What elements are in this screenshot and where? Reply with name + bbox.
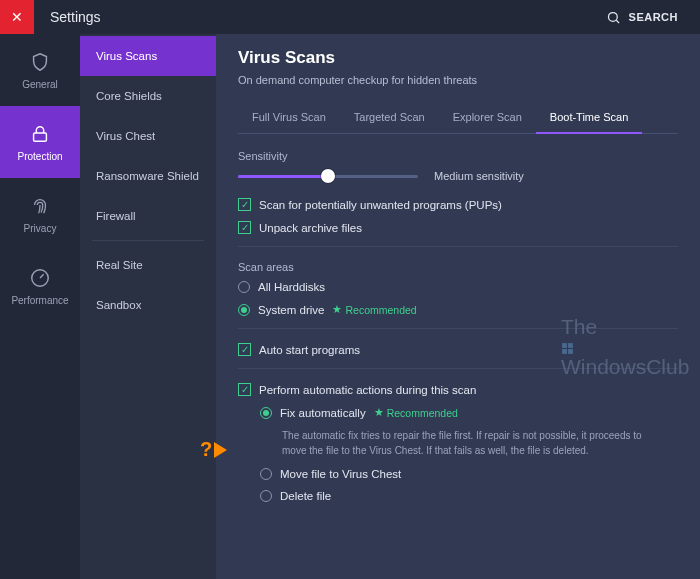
- radio-delete-file[interactable]: Delete file: [260, 490, 678, 502]
- svg-rect-2: [34, 133, 47, 141]
- recommended-badge: Recommended: [332, 303, 416, 316]
- radio-icon: [260, 468, 272, 480]
- svg-point-0: [608, 12, 617, 21]
- check-auto-start[interactable]: Auto start programs: [238, 343, 678, 356]
- subnav-item-firewall[interactable]: Firewall: [80, 196, 216, 236]
- gauge-icon: [29, 267, 51, 289]
- tab-targeted-scan[interactable]: Targeted Scan: [340, 102, 439, 133]
- checkbox-icon: [238, 383, 251, 396]
- sensitivity-label: Sensitivity: [238, 150, 678, 162]
- search-label: SEARCH: [629, 11, 678, 23]
- svg-line-1: [616, 20, 619, 23]
- radio-all-harddisks[interactable]: All Harddisks: [238, 281, 678, 293]
- page-subtitle: On demand computer checkup for hidden th…: [238, 74, 678, 86]
- subnav-item-virus-scans[interactable]: Virus Scans: [80, 36, 216, 76]
- check-archive[interactable]: Unpack archive files: [238, 221, 678, 234]
- subnav-item-real-site[interactable]: Real Site: [80, 245, 216, 285]
- page-heading: Virus Scans: [238, 48, 678, 68]
- scan-areas-label: Scan areas: [238, 261, 678, 273]
- radio-icon: [238, 281, 250, 293]
- close-button[interactable]: ✕: [0, 0, 34, 34]
- search-button[interactable]: SEARCH: [606, 10, 678, 25]
- tab-full-virus-scan[interactable]: Full Virus Scan: [238, 102, 340, 133]
- main-panel: Virus Scans On demand computer checkup f…: [216, 34, 700, 579]
- rail-item-privacy[interactable]: Privacy: [0, 178, 80, 250]
- rail-item-performance[interactable]: Performance: [0, 250, 80, 322]
- radio-icon: [238, 304, 250, 316]
- nav-rail: General Protection Privacy Performance: [0, 34, 80, 579]
- checkbox-icon: [238, 343, 251, 356]
- rail-item-general[interactable]: General: [0, 34, 80, 106]
- lock-icon: [29, 123, 51, 145]
- window-title: Settings: [50, 9, 101, 25]
- recommended-badge: Recommended: [374, 406, 458, 419]
- radio-icon: [260, 407, 272, 419]
- tab-explorer-scan[interactable]: Explorer Scan: [439, 102, 536, 133]
- divider: [238, 328, 678, 329]
- divider: [238, 368, 678, 369]
- fix-automatically-desc: The automatic fix tries to repair the fi…: [282, 429, 662, 458]
- slider-thumb[interactable]: [321, 169, 335, 183]
- subnav-divider: [92, 240, 204, 241]
- subnav-item-core-shields[interactable]: Core Shields: [80, 76, 216, 116]
- fingerprint-icon: [29, 195, 51, 217]
- subnav-item-sandbox[interactable]: Sandbox: [80, 285, 216, 325]
- shield-outline-icon: [29, 51, 51, 73]
- subnav-item-ransomware-shield[interactable]: Ransomware Shield: [80, 156, 216, 196]
- checkbox-icon: [238, 221, 251, 234]
- radio-fix-automatically[interactable]: Fix automatically Recommended: [260, 406, 678, 419]
- radio-move-to-chest[interactable]: Move file to Virus Chest: [260, 468, 678, 480]
- subnav: Virus Scans Core Shields Virus Chest Ran…: [80, 34, 216, 579]
- titlebar: ✕ Settings SEARCH: [0, 0, 700, 34]
- radio-icon: [260, 490, 272, 502]
- sensitivity-slider[interactable]: [238, 175, 418, 178]
- question-mark-icon: ?: [200, 438, 212, 461]
- subnav-item-virus-chest[interactable]: Virus Chest: [80, 116, 216, 156]
- checkbox-icon: [238, 198, 251, 211]
- triangle-pointer-icon: [214, 442, 227, 458]
- check-perform-auto-actions[interactable]: Perform automatic actions during this sc…: [238, 383, 678, 396]
- search-icon: [606, 10, 621, 25]
- check-pups[interactable]: Scan for potentially unwanted programs (…: [238, 198, 678, 211]
- sensitivity-value: Medium sensitivity: [434, 170, 524, 182]
- divider: [238, 246, 678, 247]
- rail-item-protection[interactable]: Protection: [0, 106, 80, 178]
- radio-system-drive[interactable]: System drive Recommended: [238, 303, 678, 316]
- scan-tabs: Full Virus Scan Targeted Scan Explorer S…: [238, 102, 678, 134]
- annotation-marker: ?: [200, 438, 227, 461]
- tab-boot-time-scan[interactable]: Boot-Time Scan: [536, 102, 642, 134]
